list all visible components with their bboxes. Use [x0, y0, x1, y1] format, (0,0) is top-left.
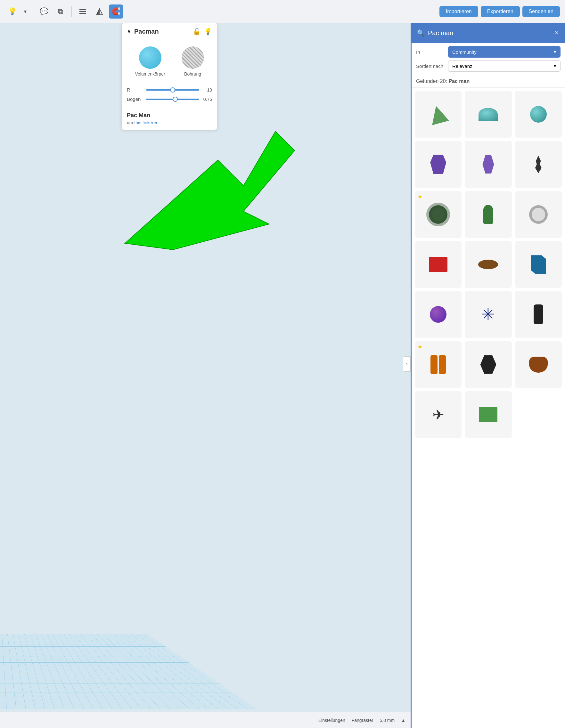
search-input[interactable] — [428, 29, 553, 37]
slider-r-track[interactable] — [146, 89, 199, 91]
shape-green-square — [479, 407, 497, 422]
author-link[interactable]: this tinkerer — [134, 120, 157, 125]
filter-sort-row: Sortiert nach Relevanz ▾ — [416, 60, 561, 72]
mirror-icon[interactable] — [92, 4, 106, 19]
slider-r-label: R — [127, 87, 143, 93]
result-item-9[interactable] — [515, 191, 562, 238]
search-panel: 🔍 × In Community ▾ Sortiert nach Relevan… — [411, 23, 565, 728]
volumekoerper-option[interactable]: Volumenkörper — [135, 46, 165, 77]
slider-bogen-label: Bogen — [127, 96, 143, 102]
shape-black-hexagon — [480, 355, 496, 374]
slider-r-value: 10 — [202, 87, 212, 93]
result-item-7[interactable] — [415, 191, 462, 238]
filter-sort-label: Sortiert nach — [416, 63, 445, 69]
slider-r-row: R 10 — [127, 87, 212, 93]
filter-sort-select[interactable]: Relevanz ▾ — [448, 60, 561, 72]
result-item-15[interactable] — [515, 291, 562, 338]
found-count: Gefunden 20: — [416, 78, 447, 84]
side-panel-header: ∧ Pacman 🔓 💡 — [122, 23, 217, 40]
shape-silver-gear — [529, 205, 548, 224]
toolbar: 💡 ▼ 💬 ⧉ 🧲 Importieren Exportieren Senden… — [0, 0, 565, 23]
shape-red-rect — [429, 257, 448, 272]
light-icon[interactable]: 💡 — [204, 28, 212, 35]
hole-label: Bohrung — [184, 71, 201, 77]
svg-marker-3 — [96, 8, 99, 15]
svg-marker-4 — [99, 8, 102, 15]
bulb-dropdown-icon[interactable]: ▼ — [22, 4, 29, 19]
filter-in-value: Community — [452, 49, 477, 55]
result-item-14[interactable]: ✳ — [465, 291, 512, 338]
slider-bogen-thumb[interactable] — [173, 97, 178, 102]
result-item-2[interactable] — [465, 91, 512, 138]
filter-in-select[interactable]: Community ▾ — [448, 46, 561, 58]
result-item-17[interactable] — [465, 341, 512, 388]
shape-dark-star-shape: ✈ — [432, 407, 444, 423]
slider-bogen-track[interactable] — [146, 99, 199, 100]
toolbar-sep-2 — [71, 6, 72, 17]
bulb-icon[interactable]: 💡 — [5, 4, 19, 19]
result-item-4[interactable] — [415, 141, 462, 188]
close-button[interactable]: × — [553, 28, 560, 38]
result-item-16[interactable] — [415, 341, 462, 388]
grid-value: 5,0 mm — [380, 718, 395, 723]
shape-green-pyramid — [427, 103, 449, 125]
slider-section: R 10 Bogen 0.75 — [122, 83, 217, 109]
model-name: Pac Man — [122, 109, 217, 120]
toolbar-right: Importieren Exportieren Senden an — [440, 6, 560, 17]
shape-dark-feather — [534, 156, 542, 173]
result-item-10[interactable] — [415, 241, 462, 288]
panel-icons: 🔓 💡 — [193, 28, 212, 35]
grid-label: Fangraster — [352, 718, 374, 723]
collapse-panel-button[interactable]: › — [403, 356, 411, 372]
shape-teal-dome — [479, 108, 498, 121]
filter-sort-value: Relevanz — [452, 63, 472, 69]
filter-in-label: In — [416, 49, 445, 55]
result-item-6[interactable] — [515, 141, 562, 188]
import-button[interactable]: Importieren — [440, 6, 478, 17]
result-item-3[interactable] — [515, 91, 562, 138]
result-item-8[interactable] — [465, 191, 512, 238]
send-button[interactable]: Senden an — [522, 6, 560, 17]
status-bar: Einstellungen Fangraster 5,0 mm ▲ — [0, 712, 411, 728]
volume-circle — [139, 46, 161, 69]
search-icon: 🔍 — [417, 29, 425, 37]
collapse-icon[interactable]: ∧ — [127, 28, 131, 35]
search-filters: In Community ▾ Sortiert nach Relevanz ▾ — [412, 43, 565, 75]
shape-options: Volumenkörper Bohrung — [122, 40, 217, 83]
chat-icon[interactable]: 💬 — [37, 4, 51, 19]
copy-icon[interactable]: ⧉ — [53, 4, 68, 19]
grid-floor — [0, 634, 256, 709]
align-icon[interactable] — [76, 4, 90, 19]
bohrung-option[interactable]: Bohrung — [181, 46, 204, 77]
author-prefix: um — [127, 120, 133, 125]
model-author: um this tinkerer — [122, 120, 217, 130]
result-item-1[interactable] — [415, 91, 462, 138]
shape-purple-ball — [430, 306, 447, 323]
shape-brown-pretzel — [529, 357, 548, 373]
magnet-icon[interactable]: 🧲 — [109, 4, 123, 19]
result-item-18[interactable] — [515, 341, 562, 388]
search-header: 🔍 × — [412, 23, 565, 43]
toolbar-sep-1 — [33, 6, 33, 17]
slider-bogen-row: Bogen 0.75 — [127, 96, 212, 102]
lock-icon[interactable]: 🔓 — [193, 28, 201, 35]
result-item-20[interactable] — [465, 391, 512, 438]
result-item-5[interactable] — [465, 141, 512, 188]
grid-arrow-icon[interactable]: ▲ — [401, 718, 406, 723]
result-item-19[interactable]: ✈ — [415, 391, 462, 438]
result-item-13[interactable] — [415, 291, 462, 338]
results-grid: ✳ ✈ — [412, 88, 565, 728]
settings-label[interactable]: Einstellungen — [319, 718, 345, 723]
toolbar-left: 💡 ▼ 💬 ⧉ 🧲 — [5, 4, 123, 19]
result-item-12[interactable] — [515, 241, 562, 288]
shape-teal-ball — [530, 106, 547, 123]
shape-purple-figure — [430, 155, 446, 174]
slider-r-thumb[interactable] — [170, 87, 175, 93]
chevron-down-icon: ▾ — [554, 49, 556, 55]
result-item-11[interactable] — [465, 241, 512, 288]
search-input-wrapper: 🔍 — [417, 29, 553, 37]
slider-bogen-value: 0.75 — [202, 97, 212, 102]
shape-green-snake — [483, 205, 493, 224]
export-button[interactable]: Exportieren — [481, 6, 520, 17]
shape-purple-figure2 — [481, 155, 496, 174]
